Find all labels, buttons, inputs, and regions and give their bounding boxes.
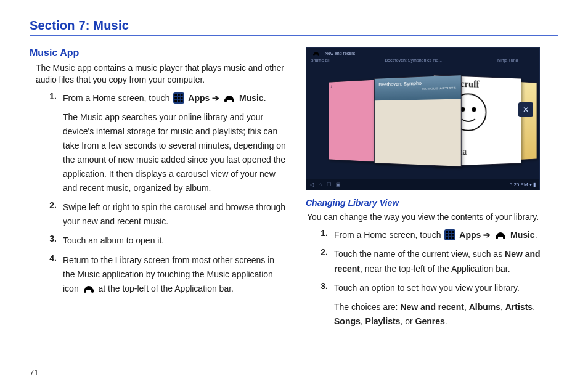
- step-4: Return to the Library screen from most o…: [30, 253, 287, 296]
- step-3-text: Touch an album to open it.: [63, 234, 164, 248]
- sep: .: [445, 316, 447, 326]
- sep: ,: [500, 302, 505, 312]
- page-number: 71: [30, 368, 38, 377]
- screenshot-title: New and recent: [325, 51, 355, 55]
- recent-icon: ☐: [327, 182, 331, 187]
- album-2-title: Beethoven: Sympho: [378, 80, 422, 87]
- music-icon: [312, 49, 320, 57]
- music-label: Music: [239, 93, 264, 103]
- right-column: New and recent shuffle all Beethoven: Sy…: [301, 45, 558, 333]
- choice-2: Albums: [469, 302, 500, 312]
- sep: ,: [464, 302, 469, 312]
- step-2-text: Swipe left or right to spin the carousel…: [63, 200, 287, 229]
- apps-label: Apps: [459, 230, 481, 240]
- music-icon: [223, 91, 235, 104]
- music-carousel-screenshot: New and recent shuffle all Beethoven: Sy…: [306, 47, 540, 190]
- changing-library-steps: From a Home screen, touch Apps ➔ Music. …: [301, 228, 558, 329]
- step-2: Swipe left or right to spin the carousel…: [30, 200, 287, 229]
- step-1: From a Home screen, touch Apps ➔ Music. …: [30, 91, 287, 196]
- changing-library-intro: You can change the way you view the cont…: [301, 211, 558, 223]
- music-label: Music: [510, 230, 535, 240]
- r-step-1-pre: From a Home screen, touch: [334, 230, 443, 240]
- apps-icon: [444, 229, 455, 240]
- screenshot-topbar: New and recent: [306, 48, 539, 58]
- choice-1: New and recent: [400, 302, 463, 312]
- screenshot-tabs: shuffle all Beethoven: Symphonies No... …: [306, 58, 539, 65]
- step-4-post: at the top-left of the Application bar.: [96, 284, 234, 293]
- sep: ,: [361, 316, 365, 326]
- album-carousel: ♪ Beethoven: SymphoVARIOUS ARTISTS mr.Sc…: [306, 65, 539, 175]
- step-3: Touch an album to open it.: [30, 234, 287, 248]
- music-app-steps: From a Home screen, touch Apps ➔ Music. …: [30, 91, 287, 296]
- sep: , or: [400, 316, 415, 326]
- clock-time: 5:25 PM ▾ ▮: [510, 182, 536, 187]
- apps-label: Apps: [188, 93, 210, 103]
- left-column: Music App The Music app contains a music…: [30, 45, 287, 333]
- step-1-post: .: [264, 93, 266, 103]
- sep: ,: [533, 302, 535, 312]
- choice-5: Playlists: [365, 316, 401, 326]
- horizontal-rule: [30, 35, 558, 36]
- screenshot-tab-1: shuffle all: [311, 58, 329, 65]
- choices-pre: The choices are:: [334, 302, 400, 312]
- r-step-2-pre: Touch the name of the current view, such…: [334, 249, 505, 259]
- screenshot-tab-3: Ninja Tuna: [497, 58, 518, 65]
- section-title: Section 7: Music: [30, 18, 558, 33]
- music-app-heading: Music App: [30, 47, 287, 59]
- screenshot-icon: ▣: [336, 182, 341, 187]
- home-icon: ⌂: [319, 182, 322, 187]
- shuffle-icon: ✕: [518, 102, 533, 117]
- screenshot-tab-2: Beethoven: Symphonies No...: [385, 58, 442, 65]
- r-step-3: Touch an option to set how you view your…: [301, 281, 558, 329]
- step-1-extra: The Music app searches your online libra…: [63, 110, 287, 196]
- music-icon: [494, 228, 507, 240]
- r-step-2-post: , near the top-left of the Application b…: [360, 264, 510, 274]
- album-card-2: Beethoven: SymphoVARIOUS ARTISTS: [374, 75, 462, 167]
- r-step-3-text: Touch an option to set how you view your…: [334, 283, 520, 293]
- choice-4: Songs: [334, 316, 361, 326]
- arrow-icon: ➔: [210, 93, 222, 103]
- music-icon: [83, 282, 95, 294]
- choice-3: Artists: [505, 302, 533, 312]
- r-step-2: Touch the name of the current view, such…: [301, 247, 558, 276]
- changing-library-heading: Changing Library View: [306, 198, 558, 208]
- arrow-icon: ➔: [481, 230, 493, 240]
- back-icon: ◁: [310, 182, 314, 187]
- music-app-intro: The Music app contains a music player th…: [30, 62, 287, 86]
- apps-icon: [173, 92, 184, 104]
- choice-6: Genres: [415, 316, 445, 326]
- screenshot-navbar: ◁⌂☐▣ 5:25 PM ▾ ▮: [306, 179, 539, 190]
- r-step-1-post: .: [535, 230, 537, 240]
- r-step-1: From a Home screen, touch Apps ➔ Music.: [301, 228, 558, 242]
- step-1-pre: From a Home screen, touch: [63, 93, 172, 103]
